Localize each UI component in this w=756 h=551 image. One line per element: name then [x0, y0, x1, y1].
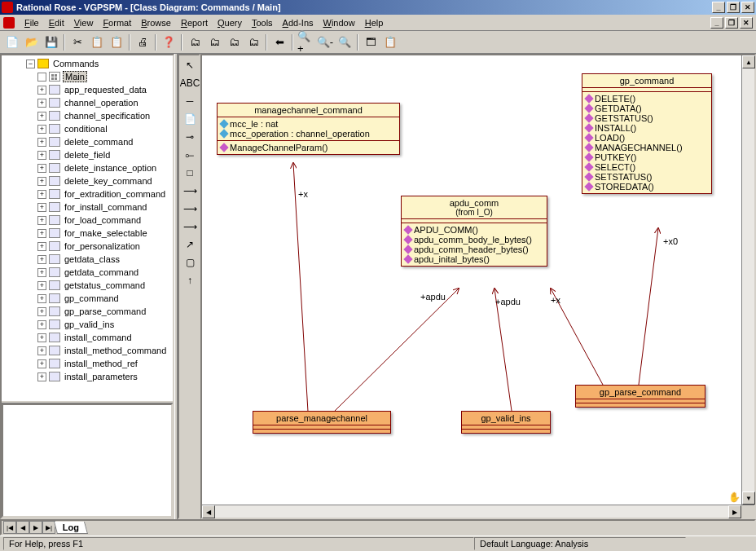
tree-node[interactable]: +gp_command — [3, 292, 171, 305]
tree-node[interactable]: +for_load_command — [3, 214, 171, 227]
tree-node[interactable]: +conditional — [3, 122, 171, 135]
tree-node[interactable]: +for_install_command — [3, 201, 171, 214]
expander-icon[interactable]: + — [37, 307, 46, 316]
scroll-up-button[interactable]: ▲ — [742, 55, 755, 68]
menu-file[interactable]: File — [20, 16, 44, 29]
menu-view[interactable]: View — [69, 16, 99, 29]
expander-icon[interactable]: + — [37, 164, 46, 173]
tree-node[interactable]: +channel_operation — [3, 96, 171, 109]
expander-icon[interactable]: + — [37, 99, 46, 108]
toolbox-button-6[interactable]: □ — [181, 165, 199, 181]
diagram-canvas[interactable]: managechannel_command mcc_le : natmcc_op… — [202, 55, 741, 505]
class-managechannel-command[interactable]: managechannel_command mcc_le : natmcc_op… — [217, 103, 400, 155]
toolbar-button-21[interactable]: 🔍 — [336, 33, 354, 51]
toolbar-button-10[interactable]: ❓ — [160, 33, 178, 51]
log-prev-button[interactable]: ◀ — [16, 521, 29, 534]
browser-tree[interactable]: −Commands Main+app_requested_data+channe… — [2, 55, 173, 400]
toolbar-button-24[interactable]: 📋 — [381, 33, 399, 51]
menu-window[interactable]: Window — [319, 16, 360, 29]
toolbar-button-8[interactable]: 🖨 — [134, 33, 152, 51]
scroll-left-button[interactable]: ◀ — [202, 505, 215, 518]
toolbox-button-3[interactable]: 📄 — [181, 111, 199, 127]
expander-icon[interactable]: − — [26, 60, 35, 68]
toolbar-button-5[interactable]: 📋 — [88, 33, 106, 51]
toolbox-button-7[interactable]: ⟶ — [181, 183, 199, 199]
expander-icon[interactable]: + — [37, 125, 46, 134]
toolbar-button-19[interactable]: 🔍+ — [297, 33, 314, 51]
scroll-down-button[interactable]: ▼ — [742, 491, 755, 505]
tree-node[interactable]: +install_command — [3, 331, 171, 344]
menu-query[interactable]: Query — [213, 16, 247, 29]
expander-icon[interactable]: + — [37, 242, 46, 251]
menu-help[interactable]: Help — [360, 16, 389, 29]
tree-node[interactable]: +install_method_command — [3, 344, 171, 357]
expander-icon[interactable]: + — [37, 112, 46, 121]
expander-icon[interactable]: + — [37, 359, 46, 368]
mdi-close-button[interactable]: ✕ — [740, 17, 753, 29]
menu-report[interactable]: Report — [176, 16, 213, 29]
toolbox-button-2[interactable]: ─ — [181, 93, 199, 109]
tree-node[interactable]: +for_extradition_command — [3, 187, 171, 201]
close-button[interactable]: ✕ — [741, 2, 754, 13]
menu-edit[interactable]: Edit — [44, 16, 69, 29]
tree-node[interactable]: +delete_key_command — [3, 174, 171, 187]
tree-node[interactable]: +getstatus_command — [3, 279, 171, 292]
expander-icon[interactable]: + — [37, 203, 46, 212]
expander-icon[interactable]: + — [37, 255, 46, 264]
toolbar-button-13[interactable]: 🗂 — [205, 33, 223, 51]
expander-icon[interactable]: + — [37, 372, 46, 381]
mdi-restore-button[interactable]: ❐ — [725, 17, 738, 29]
menu-format[interactable]: Format — [98, 16, 136, 29]
toolbar-button-14[interactable]: 🗂 — [225, 33, 243, 51]
menu-add-ins[interactable]: Add-Ins — [278, 16, 319, 29]
tree-node[interactable]: −Commands — [3, 57, 171, 70]
tree-node[interactable]: +delete_field — [3, 148, 171, 161]
toolbox-button-8[interactable]: ⟶ — [181, 201, 199, 217]
toolbar-button-12[interactable]: 🗂 — [186, 33, 204, 51]
expander-icon[interactable]: + — [37, 281, 46, 290]
expander-icon[interactable]: + — [37, 138, 46, 147]
toolbox-button-4[interactable]: ⊸ — [181, 129, 199, 145]
expander-icon[interactable]: + — [37, 151, 46, 160]
minimize-button[interactable]: _ — [712, 2, 725, 13]
class-gp-valid-ins[interactable]: gp_valid_ins — [461, 411, 551, 434]
expander-icon[interactable]: + — [37, 190, 46, 199]
tree-node[interactable]: +install_parameters — [3, 370, 171, 383]
expander-icon[interactable]: + — [37, 320, 46, 329]
class-gp-command[interactable]: gp_command DELETE()GETDATA()GETSTATUS()I… — [582, 73, 712, 194]
toolbox-button-10[interactable]: ↗ — [181, 236, 199, 253]
tree-node[interactable]: +for_personalization — [3, 240, 171, 253]
toolbar-button-2[interactable]: 💾 — [42, 33, 60, 51]
toolbox-button-1[interactable]: ABC — [181, 75, 199, 91]
toolbox-button-0[interactable]: ↖ — [181, 57, 199, 73]
log-next-button[interactable]: ▶ — [29, 521, 42, 534]
vertical-scrollbar[interactable]: ▲ ▼ — [741, 55, 754, 505]
tree-node[interactable]: +delete_command — [3, 135, 171, 148]
pan-icon[interactable]: ✋ — [728, 491, 740, 503]
menu-tools[interactable]: Tools — [247, 16, 278, 29]
tree-node[interactable]: +gp_parse_command — [3, 305, 171, 318]
log-tab[interactable]: Log — [54, 522, 88, 534]
toolbar-button-0[interactable]: 📄 — [3, 33, 21, 51]
maximize-button[interactable]: ❐ — [727, 2, 740, 13]
toolbox-button-5[interactable]: ⟜ — [181, 147, 199, 163]
log-first-button[interactable]: |◀ — [3, 521, 16, 534]
horizontal-scrollbar[interactable]: ◀ ▶ — [202, 505, 754, 518]
tree-node[interactable]: +delete_instance_option — [3, 161, 171, 174]
tree-node[interactable]: +getdata_command — [3, 266, 171, 279]
toolbar-button-4[interactable]: ✂ — [68, 33, 86, 51]
toolbox-button-9[interactable]: ⟶ — [181, 218, 199, 235]
toolbar-button-1[interactable]: 📂 — [23, 33, 41, 51]
tree-node[interactable]: +install_method_ref — [3, 357, 171, 370]
expander-icon[interactable]: + — [37, 216, 46, 225]
class-parse-managechannel[interactable]: parse_managechannel — [253, 411, 391, 434]
expander-icon[interactable] — [37, 73, 46, 82]
class-gp-parse-command[interactable]: gp_parse_command — [575, 385, 705, 408]
documentation-pane[interactable] — [2, 403, 173, 518]
class-apdu-comm[interactable]: apdu_comm (from I_O) APDU_COMM()apdu_com… — [401, 196, 547, 267]
expander-icon[interactable]: + — [37, 333, 46, 342]
expander-icon[interactable]: + — [37, 346, 46, 355]
expander-icon[interactable]: + — [37, 229, 46, 238]
toolbar-button-6[interactable]: 📋 — [108, 33, 125, 51]
toolbar-button-15[interactable]: 🗂 — [244, 33, 262, 51]
